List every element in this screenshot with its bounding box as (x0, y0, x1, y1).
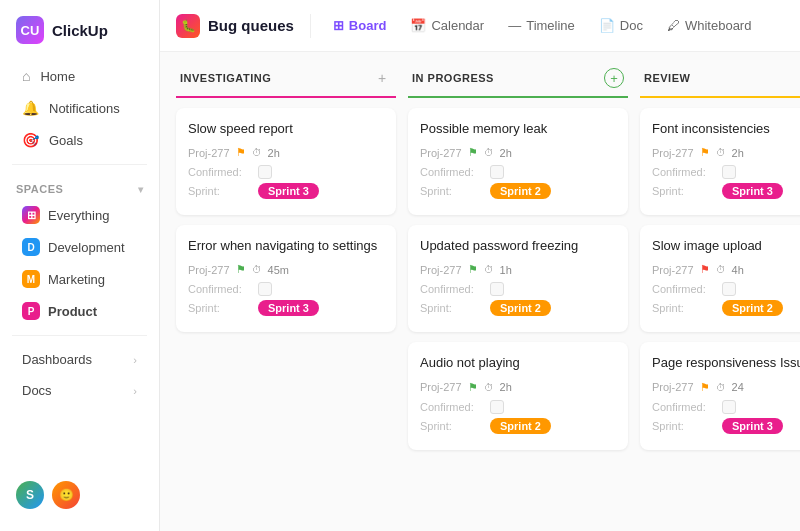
user-avatar-s: S (16, 481, 44, 509)
timeline-tab-icon: — (508, 18, 521, 33)
confirmed-label-4: Confirmed: (420, 283, 490, 295)
card-sprint-row-4: Sprint: Sprint 2 (420, 300, 616, 316)
sprint-badge: Sprint 3 (258, 183, 319, 199)
sidebar-item-development[interactable]: D Development (6, 232, 153, 262)
clock-icon-7: ⏱ (716, 264, 726, 275)
card-confirmed-row-8: Confirmed: (652, 400, 800, 414)
card-sprint-row-8: Sprint: Sprint 3 (652, 418, 800, 434)
card-password-freeze[interactable]: Updated password freezing Proj-277 ⚑ ⏱ 1… (408, 225, 628, 332)
tab-doc[interactable]: 📄 Doc (589, 12, 653, 39)
confirmed-label-5: Confirmed: (420, 401, 490, 413)
sidebar-item-marketing[interactable]: M Marketing (6, 264, 153, 294)
tab-whiteboard[interactable]: 🖊 Whiteboard (657, 12, 761, 39)
sidebar-notifications-label: Notifications (49, 101, 120, 116)
card-slow-speed-title: Slow speed report (188, 120, 384, 138)
confirmed-checkbox-8[interactable] (722, 400, 736, 414)
flag-icon-green-3: ⚑ (468, 263, 478, 276)
flag-icon-orange-3: ⚑ (700, 381, 710, 394)
card-memory-leak[interactable]: Possible memory leak Proj-277 ⚑ ⏱ 2h Con… (408, 108, 628, 215)
sprint-label-8: Sprint: (652, 420, 722, 432)
inprogress-add-button[interactable]: + (604, 68, 624, 88)
user-area: S 🙂 (0, 471, 159, 519)
confirmed-checkbox[interactable] (258, 165, 272, 179)
flag-icon-orange-2: ⚑ (700, 146, 710, 159)
sidebar-item-goals[interactable]: 🎯 Goals (6, 125, 153, 155)
card-sprint-row: Sprint: Sprint 3 (188, 183, 384, 199)
confirmed-checkbox-2[interactable] (258, 282, 272, 296)
sidebar-item-notifications[interactable]: 🔔 Notifications (6, 93, 153, 123)
flag-icon-orange: ⚑ (236, 146, 246, 159)
card-sprint-row-3: Sprint: Sprint 2 (420, 183, 616, 199)
time-val-7: 4h (732, 264, 744, 276)
column-investigating-title: INVESTIGATING (180, 72, 271, 84)
confirmed-checkbox-5[interactable] (490, 400, 504, 414)
sprint-label-3: Sprint: (420, 185, 490, 197)
card-confirmed-row: Confirmed: (188, 165, 384, 179)
flag-icon-green-4: ⚑ (468, 381, 478, 394)
bell-icon: 🔔 (22, 100, 39, 116)
tab-timeline[interactable]: — Timeline (498, 12, 585, 39)
card-sprint-row-6: Sprint: Sprint 3 (652, 183, 800, 199)
card-slow-image-title: Slow image upload (652, 237, 800, 255)
investigating-add-button[interactable]: + (372, 68, 392, 88)
sidebar-item-docs[interactable]: Docs › (6, 376, 153, 405)
sprint-badge-6: Sprint 3 (722, 183, 783, 199)
card-responsiveness-title: Page responsiveness Issu (652, 354, 800, 372)
sprint-badge-2: Sprint 3 (258, 300, 319, 316)
sidebar-item-product[interactable]: P Product (6, 296, 153, 326)
card-font[interactable]: Font inconsistencies Proj-277 ⚑ ⏱ 2h Con… (640, 108, 800, 215)
user-avatar-2: 🙂 (52, 481, 80, 509)
sprint-label-7: Sprint: (652, 302, 722, 314)
column-inprogress-header: IN PROGRESS + (408, 68, 628, 98)
dashboards-label: Dashboards (22, 352, 92, 367)
card-sprint-row-2: Sprint: Sprint 3 (188, 300, 384, 316)
board-area: INVESTIGATING + Slow speed report Proj-2… (160, 52, 800, 531)
card-responsiveness-meta: Proj-277 ⚑ ⏱ 24 (652, 381, 800, 394)
sprint-label-2: Sprint: (188, 302, 258, 314)
card-audio-meta: Proj-277 ⚑ ⏱ 2h (420, 381, 616, 394)
card-error-nav-id: Proj-277 (188, 264, 230, 276)
sidebar: CU ClickUp ⌂ Home 🔔 Notifications 🎯 Goal… (0, 0, 160, 531)
tab-board[interactable]: ⊞ Board (323, 12, 397, 39)
column-review: REVIEW + Font inconsistencies Proj-277 ⚑… (640, 68, 800, 515)
time-val-4: 1h (500, 264, 512, 276)
board-tab-label: Board (349, 18, 387, 33)
confirmed-checkbox-3[interactable] (490, 165, 504, 179)
marketing-label: Marketing (48, 272, 105, 287)
card-font-title: Font inconsistencies (652, 120, 800, 138)
page-title-area: 🐛 Bug queues (176, 14, 311, 38)
card-confirmed-row-5: Confirmed: (420, 400, 616, 414)
confirmed-checkbox-6[interactable] (722, 165, 736, 179)
confirmed-checkbox-4[interactable] (490, 282, 504, 296)
card-slow-image[interactable]: Slow image upload Proj-277 ⚑ ⏱ 4h Confir… (640, 225, 800, 332)
sidebar-item-everything[interactable]: ⊞ Everything (6, 200, 153, 230)
sidebar-item-home[interactable]: ⌂ Home (6, 61, 153, 91)
column-investigating-header: INVESTIGATING + (176, 68, 396, 98)
sidebar-home-label: Home (40, 69, 75, 84)
sidebar-item-dashboards[interactable]: Dashboards › (6, 345, 153, 374)
tab-calendar[interactable]: 📅 Calendar (400, 12, 494, 39)
time-val-6: 2h (732, 147, 744, 159)
flag-icon-red: ⚑ (700, 263, 710, 276)
sidebar-goals-label: Goals (49, 133, 83, 148)
spaces-label: Spaces (16, 183, 63, 195)
bug-queues-icon: 🐛 (176, 14, 200, 38)
sprint-label: Sprint: (188, 185, 258, 197)
column-investigating: INVESTIGATING + Slow speed report Proj-2… (176, 68, 396, 515)
sprint-label-5: Sprint: (420, 420, 490, 432)
topbar: 🐛 Bug queues ⊞ Board 📅 Calendar — Timeli… (160, 0, 800, 52)
dashboards-chevron-icon: › (133, 354, 137, 366)
docs-chevron-icon: › (133, 385, 137, 397)
confirmed-checkbox-7[interactable] (722, 282, 736, 296)
card-responsiveness[interactable]: Page responsiveness Issu Proj-277 ⚑ ⏱ 24… (640, 342, 800, 449)
card-audio[interactable]: Audio not playing Proj-277 ⚑ ⏱ 2h Confir… (408, 342, 628, 449)
card-error-nav[interactable]: Error when navigating to settings Proj-2… (176, 225, 396, 332)
card-confirmed-row-7: Confirmed: (652, 282, 800, 296)
time-val-8: 24 (732, 381, 744, 393)
card-slow-speed-meta: Proj-277 ⚑ ⏱ 2h (188, 146, 384, 159)
divider-2 (12, 335, 147, 336)
development-icon: D (22, 238, 40, 256)
card-slow-speed[interactable]: Slow speed report Proj-277 ⚑ ⏱ 2h Confir… (176, 108, 396, 215)
sprint-label-6: Sprint: (652, 185, 722, 197)
calendar-tab-icon: 📅 (410, 18, 426, 33)
